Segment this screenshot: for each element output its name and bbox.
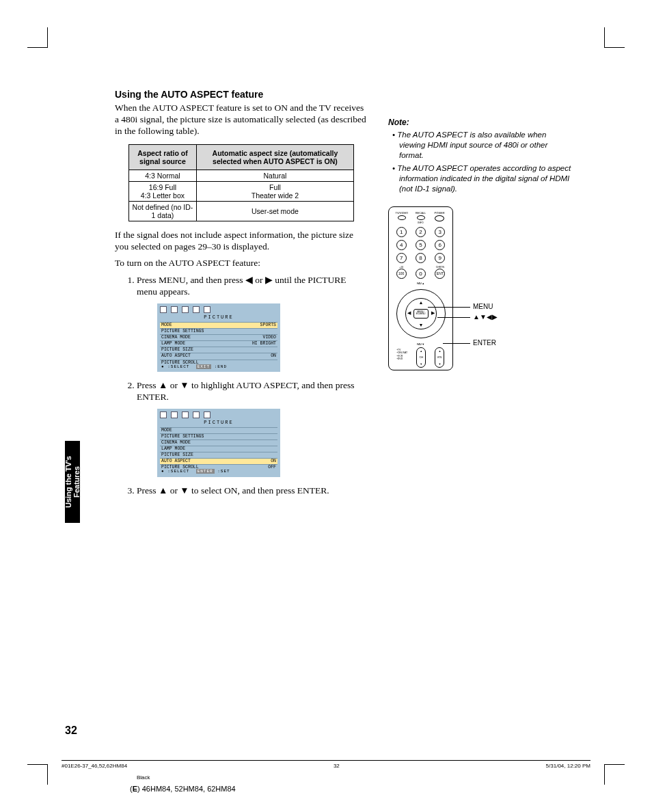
osd-tab-icons (160, 411, 277, 418)
footer-meta: #01E26-37_46,52,62HM84 32 5/31/04, 12:20… (62, 760, 590, 769)
step-text: Press MENU, and then press (137, 275, 245, 285)
osd-row: MODE (160, 427, 277, 433)
footer-datetime: 5/31/04, 12:20 PM (546, 763, 590, 769)
osd-row: AUTO ASPECTON (160, 353, 277, 359)
osd-footer: ● :SELECT ENTER :SET (161, 469, 230, 474)
osd-screenshot: PICTURE MODESPORTS PICTURE SETTINGS CINE… (157, 303, 280, 372)
dpad-right-icon: ▶ (431, 310, 435, 316)
remote-dpad: MENUEX MENU ▲ ▼ ◀ ▶ (396, 289, 446, 338)
remote-num-button: 4 (396, 240, 407, 250)
note-item: • The AUTO ASPECT is also available when… (388, 130, 573, 161)
step-text: Press (137, 380, 159, 390)
footer-page: 32 (334, 763, 340, 769)
callout-menu: MENU (473, 303, 493, 310)
osd-row: PICTURE SIZE (160, 347, 277, 353)
fav-up-label: FAV▲ (392, 282, 449, 285)
remote-num-button: 1 (396, 227, 407, 237)
osd-row: LAMP MODE (160, 446, 277, 452)
remote-num-button: 7 (396, 253, 407, 263)
osd-row: PICTURE SIZE (160, 452, 277, 458)
table-header: Aspect ratio of signal source (129, 144, 197, 170)
step-item: Press ▲ or ▼ to highlight AUTO ASPECT, a… (137, 380, 368, 477)
step-text: or (167, 485, 180, 496)
osd-row: AUTO ASPECTON (160, 458, 277, 464)
callout-line (443, 343, 470, 344)
fav-down-label: FAV▼ (392, 342, 449, 346)
crop-mark (604, 764, 625, 785)
table-cell: Full Theater wide 2 (196, 181, 353, 201)
dpad-down-icon: ▼ (419, 323, 424, 327)
osd-row: PICTURE SETTINGS (160, 328, 277, 334)
callout-enter: ENTER (473, 339, 496, 347)
callout-arrows: ▲▼◀▶ (473, 313, 498, 321)
osd-row: CINEMA MODE (160, 439, 277, 446)
step-item: Press ▲ or ▼ to select ON, and then pres… (137, 485, 368, 497)
footer-filename: #01E26-37_46,52,62HM84 (62, 763, 127, 769)
body-paragraph: To turn on the AUTO ASPECT feature: (115, 258, 368, 269)
footer-color: Black (137, 774, 150, 781)
osd-row: MODESPORTS (160, 322, 277, 328)
step-text: Press (137, 485, 159, 496)
remote-number-grid: 1 2 3 4 5 6 7 8 9 +10100 0 CHRTNENT (394, 227, 448, 279)
osd-screenshot: PICTURE MODE PICTURE SETTINGS CINEMA MOD… (157, 409, 280, 477)
osd-tab-icons (160, 306, 277, 313)
steps-list: Press MENU, and then press ◀ or ▶ until … (115, 275, 368, 496)
remote-menu-button: MENUEX MENU (413, 309, 429, 319)
table-cell: 16:9 Full 4:3 Letter box (129, 181, 197, 201)
chapter-tab: Using the TV's Features (65, 441, 80, 523)
up-arrow-icon: ▲ (159, 485, 167, 496)
callout-line (428, 307, 470, 308)
table-cell: Natural (196, 170, 353, 181)
note-label: Note: (388, 118, 573, 127)
remote-ch-rocker: ▲CH▼ (416, 347, 426, 368)
up-arrow-icon: ▲ (159, 380, 167, 390)
remote-num-button: 5 (416, 240, 426, 250)
remote-illustration: TV/VIDEO RECALLINFO POWER 1 2 3 4 5 6 7 … (388, 206, 474, 370)
step-text: or (167, 380, 180, 390)
crop-mark (27, 764, 48, 785)
osd-title: PICTURE (160, 314, 277, 321)
page-number: 32 (65, 725, 77, 737)
osd-footer: ● :SELECT EXIT :END (161, 364, 227, 370)
callout-line (437, 317, 470, 318)
table-cell: Not defined (no ID-1 data) (129, 201, 197, 221)
footer-model: (E) 46HM84, 52HM84, 62HM84 (130, 785, 236, 793)
remote-num-button: 2 (416, 227, 426, 237)
down-arrow-icon: ▼ (180, 485, 189, 496)
osd-title: PICTURE (160, 420, 277, 426)
body-paragraph: If the signal does not include aspect in… (115, 230, 368, 253)
intro-paragraph: When the AUTO ASPECT feature is set to O… (115, 103, 368, 137)
crop-mark (27, 27, 48, 48)
dpad-left-icon: ◀ (407, 310, 411, 316)
osd-row: CINEMA MODEVIDEO (160, 334, 277, 340)
down-arrow-icon: ▼ (180, 380, 189, 390)
remote-vol-rocker: ▲VOL▼ (435, 347, 444, 368)
remote-rocker-row: •TV •CBL/SAT •VCR •DVD ▲CH▼ ▲VOL▼ (392, 347, 449, 368)
aspect-table: Aspect ratio of signal source Automatic … (128, 144, 354, 221)
remote-num-button: 3 (435, 227, 445, 237)
remote-num-button: 6 (435, 240, 445, 250)
osd-row: LAMP MODEHI BRIGHT (160, 340, 277, 347)
model-text: 46HM84, 52HM84, 62HM84 (142, 785, 236, 793)
crop-mark (604, 27, 625, 48)
right-arrow-icon: ▶ (265, 275, 273, 285)
remote-top-labels: TV/VIDEO RECALLINFO POWER (392, 211, 449, 224)
remote-num-button: 8 (416, 253, 426, 263)
table-header: Automatic aspect size (automatically sel… (196, 144, 353, 170)
dpad-up-icon: ▲ (419, 300, 424, 305)
section-heading: Using the AUTO ASPECT feature (115, 89, 573, 100)
osd-row: PICTURE SETTINGS (160, 433, 277, 439)
note-item: • The AUTO ASPECT operates according to … (388, 163, 573, 194)
step-text: to select ON, and then press ENTER. (189, 485, 329, 496)
table-cell: User-set mode (196, 201, 353, 221)
left-arrow-icon: ◀ (245, 275, 253, 285)
remote-mode-labels: •TV •CBL/SAT •VCR •DVD (397, 349, 408, 368)
remote-num-button: 9 (435, 253, 445, 263)
step-item: Press MENU, and then press ◀ or ▶ until … (137, 275, 368, 372)
step-text: or (253, 275, 265, 285)
table-cell: 4:3 Normal (129, 170, 197, 181)
